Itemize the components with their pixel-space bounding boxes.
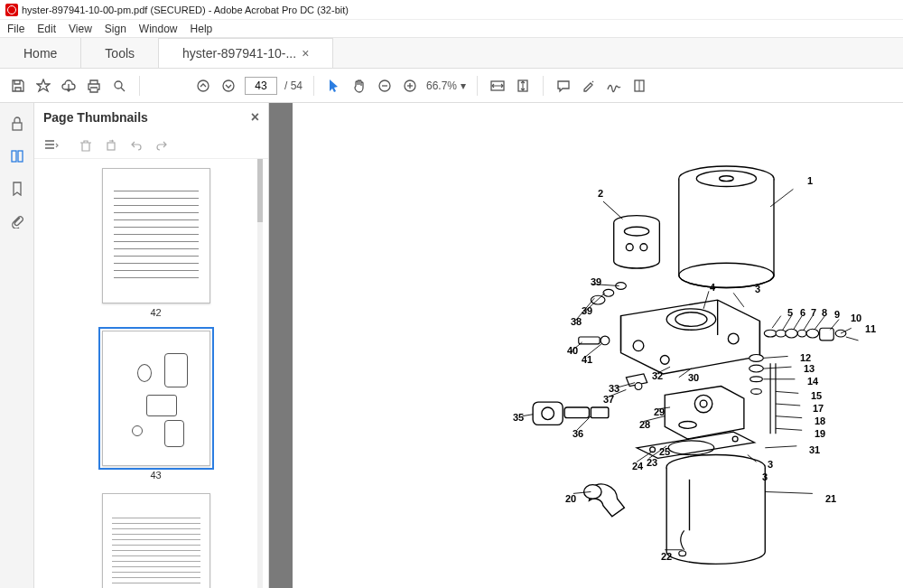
bookmark-icon[interactable]	[9, 181, 25, 197]
menu-sign[interactable]: Sign	[105, 23, 126, 35]
svg-rect-58	[591, 407, 608, 418]
svg-point-54	[584, 485, 601, 499]
svg-point-36	[797, 330, 806, 337]
thumb-options-icon[interactable]	[43, 137, 60, 154]
callout: 24	[632, 461, 643, 471]
titlebar: hyster-897941-10-00-pm.pdf (SECURED) - A…	[0, 0, 903, 20]
thumbnail-43[interactable]: 43	[70, 331, 241, 481]
callout: 3	[762, 471, 768, 482]
svg-point-2	[198, 80, 209, 91]
fit-page-icon[interactable]	[514, 77, 532, 95]
comment-icon[interactable]	[554, 77, 573, 95]
cloud-icon[interactable]	[60, 77, 78, 95]
highlight-icon[interactable]	[580, 77, 598, 95]
window-title: hyster-897941-10-00-pm.pdf (SECURED) - A…	[22, 5, 349, 15]
callout: 3	[768, 459, 773, 470]
callout: 13	[804, 363, 815, 374]
zoom-in-icon[interactable]	[401, 77, 419, 95]
tab-document[interactable]: hyster-897941-10-... ×	[159, 38, 333, 68]
callout: 22	[661, 551, 672, 562]
svg-line-27	[603, 201, 622, 219]
thumbnail-42[interactable]: 42	[70, 168, 241, 318]
document-area[interactable]: 1 2 3 3 4 5 6 7 8 9 10 11 12 13 14 15 17…	[269, 103, 903, 588]
callout: 8	[822, 307, 827, 318]
attachment-icon[interactable]	[9, 213, 25, 229]
menu-view[interactable]: View	[69, 23, 92, 35]
thumbnail-44[interactable]: 44	[70, 493, 241, 588]
main: Page Thumbnails × 42	[0, 103, 903, 588]
hand-tool-icon[interactable]	[350, 77, 368, 95]
rotate-icon[interactable]	[103, 137, 119, 154]
find-icon[interactable]	[110, 77, 128, 95]
thumbnails-title: Page Thumbnails	[43, 110, 148, 125]
svg-point-35	[786, 329, 798, 338]
svg-point-34	[776, 330, 787, 337]
svg-rect-13	[12, 151, 16, 162]
undo-icon[interactable]	[128, 137, 144, 154]
lock-icon[interactable]	[9, 116, 25, 132]
menu-help[interactable]: Help	[191, 23, 213, 35]
panel-close-icon[interactable]: ×	[251, 109, 259, 126]
svg-line-78	[763, 367, 791, 369]
svg-point-41	[749, 365, 764, 372]
callout: 39	[582, 305, 592, 316]
page-up-icon[interactable]	[194, 77, 212, 95]
tab-home[interactable]: Home	[0, 38, 81, 68]
svg-line-84	[765, 446, 796, 448]
svg-point-42	[750, 377, 763, 382]
thumbnails-list[interactable]: 42 43 44	[34, 159, 268, 588]
callout: 6	[800, 307, 805, 318]
svg-line-81	[776, 404, 800, 406]
callout: 25	[659, 446, 670, 457]
tab-close-icon[interactable]: ×	[302, 46, 309, 61]
menu-file[interactable]: File	[7, 23, 24, 35]
svg-point-3	[223, 80, 234, 91]
svg-rect-18	[107, 143, 115, 150]
svg-line-74	[830, 320, 839, 331]
callout: 12	[800, 352, 811, 363]
callout: 21	[825, 493, 836, 504]
zoom-out-icon[interactable]	[376, 77, 394, 95]
thumbnail-label: 43	[150, 470, 161, 481]
separator	[313, 76, 314, 96]
svg-line-77	[763, 356, 787, 358]
thumbnails-icon[interactable]	[9, 148, 25, 164]
menu-edit[interactable]: Edit	[37, 23, 56, 35]
menubar: File Edit View Sign Window Help	[0, 20, 903, 38]
svg-point-37	[806, 329, 819, 338]
menu-window[interactable]: Window	[139, 23, 178, 35]
stamp-icon[interactable]	[630, 77, 648, 95]
callout: 40	[567, 345, 578, 356]
print-icon[interactable]	[85, 77, 103, 95]
svg-line-82	[776, 416, 802, 418]
svg-rect-15	[45, 140, 54, 142]
svg-line-80	[776, 391, 798, 393]
sign-icon[interactable]	[605, 77, 623, 95]
svg-line-85	[765, 491, 813, 493]
svg-rect-38	[820, 328, 834, 341]
callout: 1	[807, 175, 813, 186]
thumbnails-panel: Page Thumbnails × 42	[34, 103, 269, 588]
callout: 19	[815, 428, 825, 439]
callout: 32	[652, 370, 663, 381]
redo-icon[interactable]	[154, 137, 170, 154]
callout: 31	[809, 444, 820, 455]
svg-rect-55	[533, 402, 563, 425]
star-icon[interactable]	[34, 77, 52, 95]
delete-icon[interactable]	[78, 137, 94, 154]
save-icon[interactable]	[9, 77, 27, 95]
page-gutter	[269, 103, 293, 588]
callout: 14	[807, 376, 818, 387]
callout: 41	[582, 354, 592, 365]
page-number-input[interactable]	[245, 77, 277, 95]
zoom-level[interactable]: 66.7%▾	[426, 79, 466, 92]
page-total: / 54	[284, 79, 303, 92]
select-tool-icon[interactable]	[325, 77, 343, 95]
fit-width-icon[interactable]	[489, 77, 507, 95]
callout: 23	[647, 457, 657, 468]
svg-line-67	[733, 293, 744, 307]
svg-point-45	[751, 388, 762, 394]
callout: 5	[787, 307, 793, 318]
tab-tools[interactable]: Tools	[81, 38, 159, 68]
page-down-icon[interactable]	[219, 77, 237, 95]
